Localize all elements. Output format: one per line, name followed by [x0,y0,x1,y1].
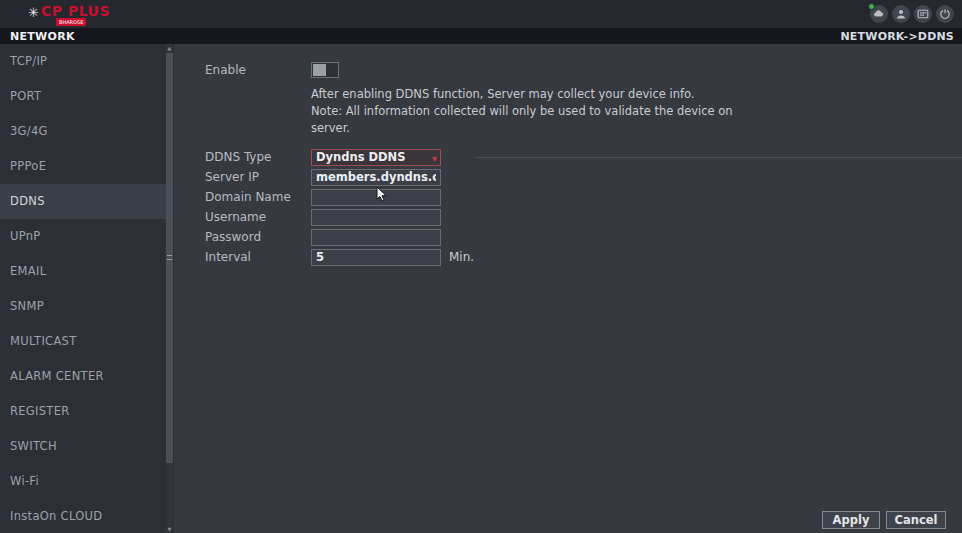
page-title: NETWORK [10,30,75,43]
enable-row: Enable [205,60,962,80]
sidebar-item-3g4g[interactable]: 3G/4G [0,114,166,149]
title-bar: NETWORK NETWORK->DDNS [0,28,962,44]
user-icon [895,8,907,20]
brand-logo: ✳ CP PLUS BHAROSE [28,3,118,26]
ddns-type-value: Dyndns DDNS [316,150,406,164]
ddns-settings-panel: Enable After enabling DDNS function, Ser… [174,44,962,533]
logo-brand-text: CP PLUS [41,3,110,19]
domain-name-input[interactable] [311,189,441,206]
enable-toggle[interactable] [311,62,339,78]
username-row: Username [205,207,962,227]
username-label: Username [205,210,311,224]
topbar-icon-group [870,5,954,23]
scrollbar-grip [167,255,172,260]
enable-label: Enable [205,63,311,77]
sidebar-item-pppoe[interactable]: PPPoE [0,149,166,184]
sidebar: TCP/IP PORT 3G/4G PPPoE DDNS UPnP EMAIL … [0,44,174,533]
note-line-2: Note: All information collected will onl… [311,103,962,120]
display-button[interactable] [914,5,932,23]
password-label: Password [205,230,311,244]
online-status-dot [868,3,875,10]
display-icon [917,8,929,20]
sidebar-item-register[interactable]: REGISTER [0,394,166,429]
apply-button[interactable]: Apply [822,511,880,529]
sidebar-item-instaon-cloud[interactable]: InstaOn CLOUD [0,499,166,533]
interval-input[interactable] [311,249,441,266]
ddns-type-label: DDNS Type [205,150,311,164]
sidebar-item-switch[interactable]: SWITCH [0,429,166,464]
password-input[interactable] [311,229,441,246]
logo-badge: BHAROSE [56,18,86,26]
note-line-1: After enabling DDNS function, Server may… [311,86,962,103]
top-bar: ✳ CP PLUS BHAROSE [0,0,962,28]
sidebar-scrollbar[interactable]: ▲ ▼ [166,44,173,533]
username-input[interactable] [311,209,441,226]
sidebar-item-multicast[interactable]: MULTICAST [0,324,166,359]
sidebar-item-upnp[interactable]: UPnP [0,219,166,254]
password-row: Password [205,227,962,247]
cancel-button[interactable]: Cancel [886,511,946,529]
chevron-down-icon: ▾ [432,151,437,166]
user-account-button[interactable] [892,5,910,23]
sidebar-item-email[interactable]: EMAIL [0,254,166,289]
scroll-down-icon[interactable]: ▼ [166,525,173,533]
server-ip-input[interactable] [311,169,441,186]
server-ip-label: Server IP [205,170,311,184]
divider-line [475,157,962,158]
app-window: ✳ CP PLUS BHAROSE [0,0,962,533]
interval-row: Interval Min. [205,247,962,267]
sidebar-item-ddns[interactable]: DDNS [0,184,166,219]
ddns-type-row: DDNS Type Dyndns DDNS ▾ [205,147,962,167]
ddns-note: After enabling DDNS function, Server may… [311,86,962,137]
sidebar-item-tcpip[interactable]: TCP/IP [0,44,166,79]
logo-mark-icon: ✳ [28,5,39,20]
power-icon [939,8,951,20]
domain-name-row: Domain Name [205,187,962,207]
interval-label: Interval [205,250,311,264]
sidebar-item-wifi[interactable]: Wi-Fi [0,464,166,499]
domain-name-label: Domain Name [205,190,311,204]
network-icon [873,8,885,20]
toggle-knob [313,64,326,76]
power-button[interactable] [936,5,954,23]
sidebar-item-snmp[interactable]: SNMP [0,289,166,324]
sidebar-item-port[interactable]: PORT [0,79,166,114]
breadcrumb: NETWORK->DDNS [840,30,954,43]
scroll-up-icon[interactable]: ▲ [166,44,173,52]
server-ip-row: Server IP [205,167,962,187]
sidebar-item-alarm-center[interactable]: ALARM CENTER [0,359,166,394]
network-status-button[interactable] [870,5,888,23]
note-line-3: server. [311,120,962,137]
scrollbar-thumb[interactable] [166,53,173,463]
ddns-type-select[interactable]: Dyndns DDNS ▾ [311,149,441,166]
interval-unit-label: Min. [449,250,474,264]
